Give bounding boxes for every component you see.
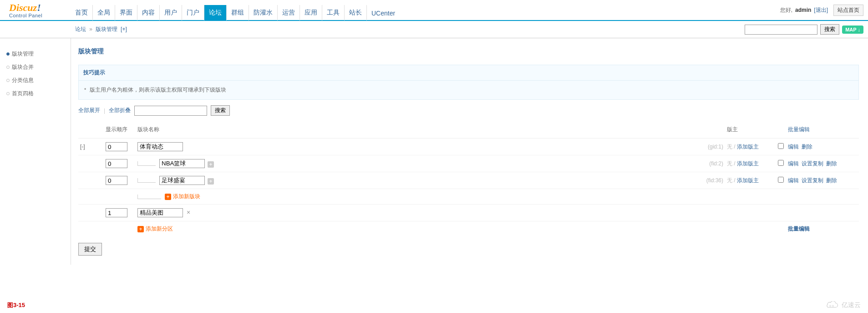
remove-row-icon[interactable]: × [187, 209, 190, 216]
topnav-item[interactable]: 用户 [160, 5, 182, 21]
forum-search-button[interactable]: 搜索 [211, 105, 230, 116]
topnav-item[interactable]: 门户 [182, 5, 204, 21]
batch-edit-header[interactable]: 批量编辑 [788, 126, 810, 133]
add-moderator-link[interactable]: 添加版主 [737, 144, 759, 150]
user-area: 您好, admin [退出] 站点首页 [780, 5, 863, 16]
row-checkbox[interactable] [778, 177, 784, 183]
th-name: 版块名称 [136, 121, 698, 139]
expand-all-link[interactable]: 全部展开 [78, 107, 100, 114]
forum-name-input[interactable] [159, 159, 205, 168]
forum-name-input[interactable] [137, 208, 183, 217]
forum-id: (gid:1) [698, 139, 725, 155]
forum-name-input[interactable] [137, 142, 183, 151]
top-nav: 首页全局界面内容用户门户论坛群组防灌水运营应用工具站长UCenter [71, 0, 400, 21]
tree-line-icon [137, 195, 161, 199]
plus-icon: + [137, 226, 144, 232]
topnav-item[interactable]: 群组 [227, 5, 249, 21]
tree-line-icon [137, 178, 156, 183]
sidebar-item[interactable]: 分类信息 [12, 77, 34, 83]
add-child-icon[interactable]: + [208, 161, 214, 168]
add-forum-row: +添加新版块 [78, 189, 859, 205]
add-category-link[interactable]: 添加新分区 [146, 226, 173, 232]
order-input[interactable] [106, 159, 127, 168]
table-row: + (fid:2) 无 / 添加版主 编辑设置复制删除 [78, 155, 859, 172]
tips-box: 技巧提示 版主用户名为粗体，则表示该版主权限可继承到下级版块 [78, 65, 859, 100]
topnav-item[interactable]: 应用 [300, 5, 322, 21]
table-row: × [78, 205, 859, 221]
table-row: + (fid:36) 无 / 添加版主 编辑设置复制删除 [78, 172, 859, 189]
topnav-item[interactable]: 全局 [93, 5, 115, 21]
forum-search-input[interactable] [134, 106, 207, 116]
add-moderator-link[interactable]: 添加版主 [737, 160, 759, 167]
collapse-all-link[interactable]: 全部折叠 [109, 107, 131, 114]
topnav-item[interactable]: 站长 [345, 5, 367, 21]
th-mod: 版主 [725, 121, 775, 139]
topnav-item[interactable]: 界面 [115, 5, 137, 21]
username: admin [795, 7, 811, 13]
copy-settings-link[interactable]: 设置复制 [802, 160, 823, 167]
edit-link[interactable]: 编辑 [788, 177, 799, 184]
sidebar-item[interactable]: 首页四格 [12, 90, 34, 97]
edit-link[interactable]: 编辑 [788, 144, 799, 150]
order-input[interactable] [106, 142, 127, 151]
breadcrumb-add[interactable]: [+] [121, 26, 127, 32]
global-search-input[interactable] [745, 25, 817, 35]
site-home-button[interactable]: 站点首页 [833, 5, 863, 16]
forum-id: (fid:2) [698, 155, 725, 172]
delete-link[interactable]: 删除 [826, 160, 837, 167]
add-forum-link[interactable]: 添加新版块 [173, 193, 200, 200]
tips-title: 技巧提示 [79, 65, 858, 81]
row-checkbox[interactable] [778, 143, 784, 149]
submit-button[interactable]: 提交 [78, 243, 102, 256]
logout-link[interactable]: [退出] [814, 6, 828, 14]
forum-table: 显示顺序 版块名称 版主 批量编辑 [-] (gid:1) 无 / 添加版主 [78, 121, 859, 236]
breadcrumb-section[interactable]: 版块管理 [96, 26, 117, 32]
sidebar: 版块管理版块合并分类信息首页四格 [0, 38, 71, 265]
edit-link[interactable]: 编辑 [788, 160, 799, 167]
table-row: [-] (gid:1) 无 / 添加版主 编辑删除 [78, 139, 859, 155]
delete-link[interactable]: 删除 [802, 144, 812, 150]
page-title: 版块管理 [78, 47, 859, 56]
forum-name-input[interactable] [159, 176, 205, 185]
breadcrumb: 论坛 » 版块管理 [+] [75, 26, 127, 33]
th-order: 显示顺序 [104, 121, 136, 139]
global-search-button[interactable]: 搜索 [820, 24, 839, 35]
topnav-item[interactable]: 内容 [137, 5, 160, 21]
map-button[interactable]: MAP ↓ [842, 26, 863, 34]
copy-settings-link[interactable]: 设置复制 [802, 177, 823, 184]
topnav-item[interactable]: 首页 [71, 5, 93, 21]
add-moderator-link[interactable]: 添加版主 [737, 177, 759, 184]
order-input[interactable] [106, 176, 127, 185]
tree-line-icon [137, 161, 156, 166]
add-child-icon[interactable]: + [208, 178, 214, 185]
toggle-collapse[interactable]: [-] [80, 144, 85, 150]
tips-item: 版主用户名为粗体，则表示该版主权限可继承到下级版块 [83, 86, 854, 94]
greeting: 您好, [780, 6, 792, 14]
plus-icon: + [165, 194, 171, 200]
forum-id: (fid:36) [698, 172, 725, 189]
order-input[interactable] [106, 208, 127, 217]
logo: Discuz! Control Panel [5, 2, 71, 18]
topnav-item[interactable]: 运营 [278, 5, 300, 21]
row-checkbox[interactable] [778, 160, 784, 166]
breadcrumb-forum[interactable]: 论坛 [75, 26, 86, 32]
add-category-row: +添加新分区 批量编辑 [78, 221, 859, 237]
topnav-item[interactable]: 防灌水 [249, 5, 278, 21]
topnav-item[interactable]: 工具 [322, 5, 345, 21]
topnav-item[interactable]: UCenter [367, 6, 400, 21]
sidebar-item[interactable]: 版块管理 [12, 51, 34, 57]
delete-link[interactable]: 删除 [826, 177, 837, 184]
sidebar-item[interactable]: 版块合并 [12, 64, 34, 70]
topnav-item[interactable]: 论坛 [204, 5, 227, 21]
batch-edit-footer[interactable]: 批量编辑 [788, 226, 810, 232]
